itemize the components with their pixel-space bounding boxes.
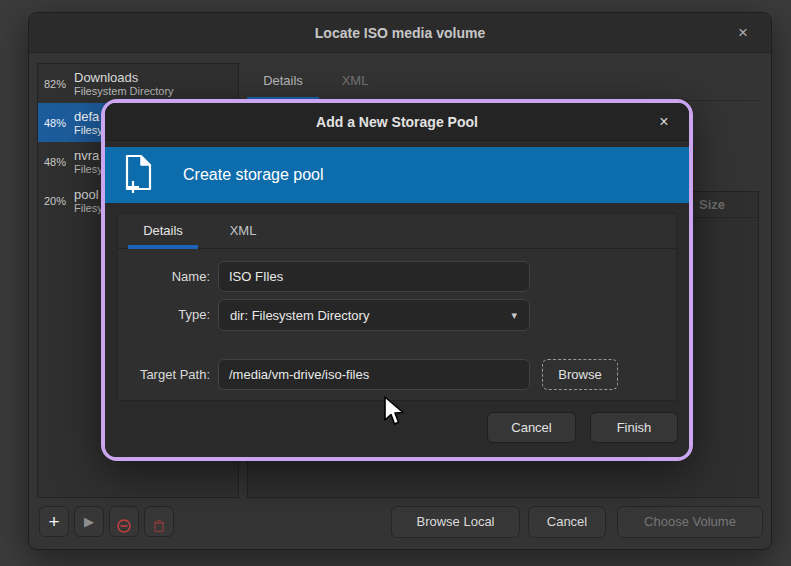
pool-usage-percent: 82% [44, 78, 74, 90]
add-pool-button[interactable]: + [39, 506, 69, 537]
screen: Locate ISO media volume × 82% Downloads … [0, 0, 791, 566]
dialog-title: Add a New Storage Pool [105, 103, 689, 141]
window-cancel-button[interactable]: Cancel [528, 506, 606, 538]
pool-row-downloads[interactable]: 82% Downloads Filesystem Directory [38, 64, 238, 103]
window-titlebar: Locate ISO media volume × [29, 13, 771, 53]
window-title: Locate ISO media volume [29, 13, 771, 53]
pool-detail-tabs: Details XML [247, 63, 759, 101]
pool-name: Downloads [74, 70, 174, 85]
dialog-titlebar: Add a New Storage Pool × [105, 103, 689, 141]
size-column-header[interactable]: Size [699, 192, 725, 218]
dialog-tab-details[interactable]: Details [128, 214, 198, 248]
window-close-icon[interactable]: × [731, 13, 755, 53]
stop-icon [110, 507, 138, 543]
dialog-cancel-button[interactable]: Cancel [487, 412, 576, 443]
play-icon: ▶ [75, 507, 103, 536]
pool-name: nvra [74, 148, 103, 163]
pool-name: defa [74, 109, 103, 124]
name-input[interactable] [218, 261, 530, 292]
start-pool-button[interactable]: ▶ [74, 506, 104, 537]
type-dropdown[interactable]: dir: Filesystem Directory ▾ [218, 299, 530, 331]
pool-name: pool [74, 187, 103, 202]
new-document-icon [123, 153, 155, 197]
pool-type: Filesy [74, 124, 103, 137]
chevron-down-icon: ▾ [511, 309, 517, 322]
tab-details[interactable]: Details [247, 63, 319, 100]
dialog-tabs: Details XML [118, 214, 676, 249]
target-path-input[interactable] [218, 359, 530, 390]
dialog-tab-xml[interactable]: XML [212, 214, 274, 248]
type-selected-value: dir: Filesystem Directory [230, 308, 511, 323]
browse-local-button[interactable]: Browse Local [391, 506, 520, 538]
mouse-cursor [383, 396, 407, 432]
pool-usage-percent: 48% [44, 117, 74, 129]
pool-type: Filesy [74, 163, 103, 176]
stop-pool-button[interactable] [109, 506, 139, 537]
tab-xml[interactable]: XML [319, 63, 391, 100]
delete-pool-button[interactable] [144, 506, 174, 537]
dialog-close-icon[interactable]: × [653, 103, 675, 141]
dialog-finish-button[interactable]: Finish [590, 412, 678, 443]
name-label: Name: [110, 261, 210, 292]
pool-type: Filesystem Directory [74, 85, 174, 98]
pool-type: Filesy [74, 202, 103, 215]
banner-label: Create storage pool [183, 166, 324, 184]
pool-usage-percent: 48% [44, 156, 74, 168]
choose-volume-button[interactable]: Choose Volume [617, 506, 763, 538]
create-pool-banner: Create storage pool [105, 147, 689, 203]
plus-icon: + [40, 507, 68, 536]
target-path-label: Target Path: [110, 359, 210, 390]
trash-icon [145, 507, 173, 543]
pool-usage-percent: 20% [44, 195, 74, 207]
browse-button[interactable]: Browse [542, 359, 618, 390]
type-label: Type: [110, 299, 210, 330]
